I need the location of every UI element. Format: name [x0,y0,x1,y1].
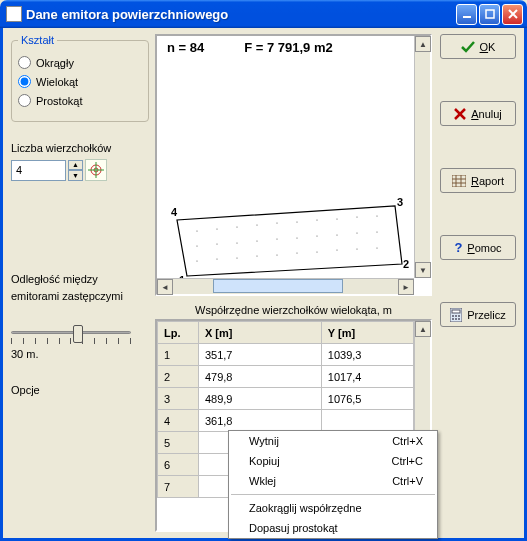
vertices-down[interactable]: ▼ [68,170,83,181]
svg-point-11 [236,226,237,227]
svg-point-53 [458,318,460,320]
minimize-button[interactable] [456,4,477,25]
col-x[interactable]: X [m] [198,322,321,344]
menu-separator [231,494,435,495]
vertices-input[interactable] [11,160,66,181]
vertices-target-button[interactable] [85,159,107,181]
x-icon [454,108,466,120]
svg-point-27 [356,232,357,233]
table-row: 2479,81017,4 [158,366,414,388]
check-icon [461,41,475,53]
maximize-button[interactable] [479,4,500,25]
options-label: Opcje [11,384,149,396]
report-icon [452,175,466,187]
app-icon [6,6,22,22]
radio-round-input[interactable] [18,56,31,69]
table-title: Współrzędne wierzchołków wielokąta, m [155,304,432,316]
svg-point-29 [196,260,197,261]
radio-round[interactable]: Okrągły [18,56,142,69]
distance-label-2: emitorami zastępczymi [11,290,149,302]
menu-cut[interactable]: WytnijCtrl+X [229,431,437,451]
svg-point-18 [376,215,377,216]
window-title: Dane emitora powierzchniowego [26,7,456,22]
scroll-down-icon[interactable]: ▼ [415,262,431,278]
svg-point-31 [236,257,237,258]
help-icon: ? [454,240,462,255]
svg-rect-47 [452,310,460,313]
radio-polygon[interactable]: Wielokąt [18,75,142,88]
svg-point-37 [356,248,357,249]
calc-button[interactable]: Przelicz [440,302,516,327]
polygon-canvas[interactable]: n = 84 F = 7 791,9 m2 1 2 3 4 [155,34,432,296]
svg-point-28 [376,231,377,232]
svg-point-33 [276,254,277,255]
table-row: 1351,71039,3 [158,344,414,366]
canvas-hscroll[interactable]: ◄ ► [157,278,414,294]
canvas-n-label: n = 84 [167,40,204,55]
menu-round[interactable]: Zaokrąglij współrzędne [229,498,437,518]
svg-point-10 [216,228,217,229]
svg-point-17 [356,216,357,217]
col-lp[interactable]: Lp. [158,322,199,344]
menu-copy[interactable]: KopiujCtrl+C [229,451,437,471]
table-row: 4361,8 [158,410,414,432]
vertices-label: Liczba wierzchołków [11,142,149,154]
svg-point-50 [458,315,460,317]
svg-point-51 [452,318,454,320]
svg-point-12 [256,224,257,225]
help-button[interactable]: ? Pomoc [440,235,516,260]
svg-point-52 [455,318,457,320]
close-button[interactable] [502,4,523,25]
svg-point-34 [296,252,297,253]
distance-value: 30 m. [11,348,149,360]
shape-legend: Kształt [18,34,57,46]
scroll-left-icon[interactable]: ◄ [157,279,173,295]
svg-rect-41 [452,175,466,187]
svg-point-35 [316,251,317,252]
svg-point-16 [336,218,337,219]
menu-paste[interactable]: WklejCtrl+V [229,471,437,491]
svg-point-30 [216,258,217,259]
col-y[interactable]: Y [m] [321,322,413,344]
svg-point-21 [236,242,237,243]
scroll-right-icon[interactable]: ► [398,279,414,295]
svg-point-26 [336,234,337,235]
radio-polygon-input[interactable] [18,75,31,88]
report-button[interactable]: Raport [440,168,516,193]
table-row: 3489,91076,5 [158,388,414,410]
svg-point-15 [316,219,317,220]
scroll-up-icon[interactable]: ▲ [415,321,431,337]
svg-point-19 [196,245,197,246]
radio-rect[interactable]: Prostokąt [18,94,142,107]
svg-point-32 [256,255,257,256]
svg-rect-1 [486,10,494,18]
context-menu: WytnijCtrl+X KopiujCtrl+C WklejCtrl+V Za… [228,430,438,539]
svg-point-14 [296,221,297,222]
svg-point-9 [196,230,197,231]
radio-rect-input[interactable] [18,94,31,107]
svg-point-48 [452,315,454,317]
canvas-area-label: F = 7 791,9 m2 [244,40,333,55]
menu-fit-rect[interactable]: Dopasuj prostokąt [229,518,437,538]
cancel-button[interactable]: Anuluj [440,101,516,126]
svg-point-13 [276,222,277,223]
svg-point-23 [276,238,277,239]
svg-point-49 [455,315,457,317]
distance-slider[interactable] [11,322,131,344]
shape-group: Kształt Okrągły Wielokąt Prostokąt [11,34,149,122]
svg-point-36 [336,249,337,250]
svg-point-22 [256,240,257,241]
vertices-up[interactable]: ▲ [68,160,83,171]
svg-point-24 [296,237,297,238]
scroll-up-icon[interactable]: ▲ [415,36,431,52]
slider-thumb[interactable] [73,325,83,343]
ok-button[interactable]: OK [440,34,516,59]
distance-label-1: Odległość między [11,273,149,285]
svg-point-38 [376,247,377,248]
canvas-vscroll[interactable]: ▲ ▼ [414,36,430,278]
svg-point-25 [316,235,317,236]
svg-point-20 [216,243,217,244]
titlebar[interactable]: Dane emitora powierzchniowego [0,0,527,28]
calc-icon [450,308,462,322]
